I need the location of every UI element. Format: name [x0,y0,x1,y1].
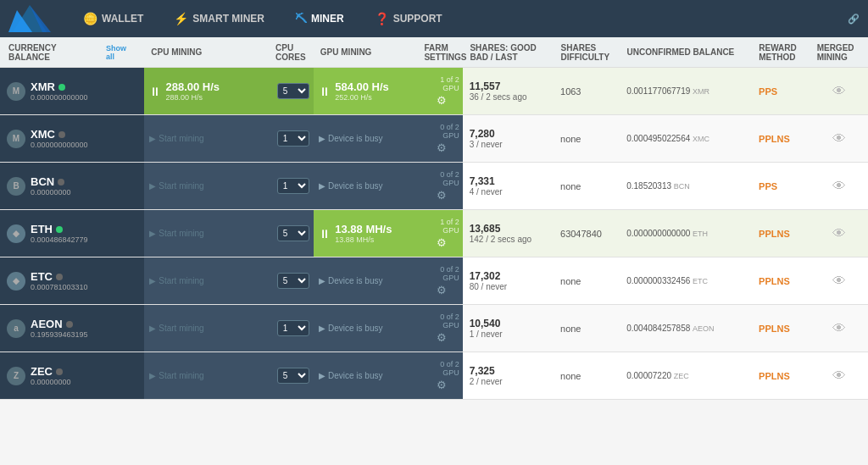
gear-icon[interactable]: ⚙ [437,379,447,391]
cpu-start-mining-btn[interactable]: ▶ Start mining [149,324,203,333]
status-dot [66,321,73,328]
unconfirmed-value: 0.000495022564 [626,134,690,143]
header-cpu-cores: CPU CORES [272,43,314,62]
currency-details: ETH 0.000486842779 [31,223,137,244]
shares-difficulty: none [554,273,620,290]
shares-good: 7,325 [470,365,547,377]
gear-icon[interactable]: ⚙ [437,284,447,296]
show-all-link[interactable]: Show all [106,44,136,61]
wallet-icon: 🪙 [83,12,97,25]
smart-miner-icon: ⚡ [174,12,188,25]
gear-icon[interactable]: ⚙ [437,141,447,154]
table-row: Z ZEC 0.00000000 ▶ Start mining 5 12345 … [0,352,868,400]
shares-difficulty: none [554,130,620,147]
nav-wallet[interactable]: 🪙 WALLET [76,8,150,29]
visibility-icon[interactable]: 👁 [832,321,846,336]
cpu-start-mining-btn[interactable]: ▶ Start mining [149,276,203,285]
gpu-mining-cell: ▶ Device is busy [314,163,421,209]
gpu-rate2: 13.88 MH/s [335,235,392,244]
coin-label: XMR [693,87,709,96]
unconfirmed-value: 0.004084257858 [626,324,690,333]
gpu-pause-btn[interactable]: ⏸ [319,227,331,241]
cpu-mining-cell: ▶ Start mining [144,305,272,352]
cpu-cores-select[interactable]: 5 12345 [277,368,309,384]
currency-name: ETC [31,270,137,283]
currency-balance-label: CURRENCY BALANCE [8,43,97,62]
gpu-count: 0 of 2 GPU [425,313,459,329]
nav-smart-miner[interactable]: ⚡ SMART MINER [167,8,271,29]
cpu-cores-select[interactable]: 1 12345 [277,130,309,147]
nav-right-action[interactable]: 🔗 [848,14,860,25]
cpu-start-mining-btn[interactable]: ▶ Start mining [149,371,203,380]
nav-support[interactable]: ❓ SUPPORT [368,8,449,29]
merged-mining-cell: 👁 [810,175,868,197]
currency-balance-value: 0.00000000 [31,188,137,197]
reward-method: PPLNS [752,368,810,385]
shares-bad: 80 / never [470,282,547,291]
shares-difficulty: none [554,320,620,337]
gpu-rate1: 13.88 MH/s [335,223,392,235]
visibility-icon[interactable]: 👁 [832,84,846,99]
gpu-count: 0 of 2 GPU [425,123,459,140]
gear-icon[interactable]: ⚙ [437,236,447,249]
currency-name: BCN [31,175,137,188]
shares-cell: 17,302 80 / never [463,267,554,295]
visibility-icon[interactable]: 👁 [832,368,846,384]
table-row: ◆ ETH 0.000486842779 ▶ Start mining 5 12… [0,210,868,257]
cpu-start-mining-btn[interactable]: ▶ Start mining [149,181,203,191]
farm-settings-cell: 0 of 2 GPU ⚙ [421,352,463,399]
cpu-pause-btn[interactable]: ⏸ [149,85,161,98]
cpu-cores-select[interactable]: 1 12345 [277,178,309,194]
column-headers: CURRENCY BALANCE Show all CPU MINING CPU… [0,37,868,68]
status-dot [56,274,63,280]
merged-label: MERGED MINING [817,43,854,62]
gear-icon[interactable]: ⚙ [437,189,447,202]
cpu-start-mining-btn[interactable]: ▶ Start mining [149,229,203,238]
cpu-cores-select[interactable]: 1 12345 [277,320,309,336]
currency-list: M XMR 0.000000000000 ⏸ 288.00 H/s 288.00… [0,68,868,400]
cpu-cores-select[interactable]: 5 12345 [277,225,309,241]
visibility-icon[interactable]: 👁 [832,226,846,241]
gear-icon[interactable]: ⚙ [437,94,447,107]
coin-label: AEON [693,324,715,333]
nav-support-label: SUPPORT [393,13,442,25]
visibility-icon[interactable]: 👁 [832,131,846,147]
header-farm-settings: FARM SETTINGS [420,43,463,62]
gpu-mining-cell: ▶ Device is busy [314,257,421,304]
gpu-pause-btn[interactable]: ⏸ [319,85,331,98]
table-row: B BCN 0.00000000 ▶ Start mining 1 12345 … [0,163,868,210]
currency-balance-value: 0.000000000000 [31,141,137,149]
unconfirmed-balance: 0.000000000000 ETH [620,225,752,241]
visibility-icon[interactable]: 👁 [832,179,846,194]
cpu-cores-select[interactable]: 5 12345 [277,273,309,289]
unconfirmed-balance: 0.00007220 ZEC [620,368,752,384]
reward-method: PPLNS [752,273,810,290]
cpu-mining-cell: ▶ Start mining [144,210,272,257]
gear-icon[interactable]: ⚙ [437,331,447,344]
gpu-count: 1 of 2 GPU [425,75,459,92]
coin-label: BCN [674,182,690,191]
cpu-cores-select[interactable]: 5 12345 [277,83,309,99]
shares-cell: 7,325 2 / never [463,362,554,390]
currency-info: B BCN 0.00000000 [0,163,144,209]
gpu-count: 0 of 2 GPU [425,170,459,187]
shares-good: 11,557 [470,80,547,92]
shares-cell: 11,557 36 / 2 secs ago [463,77,554,105]
gpu-rate1: 584.00 H/s [335,80,389,93]
gpu-device-busy: ▶ Device is busy [319,134,382,143]
currency-icon: B [7,177,25,196]
shares-good: 10,540 [470,318,547,329]
currency-balance-value: 0.195939463195 [31,330,137,339]
shares-bad: 2 / never [470,377,547,386]
shares-bad: 36 / 2 secs ago [470,92,547,102]
cpu-start-mining-btn[interactable]: ▶ Start mining [149,134,203,143]
unconfirmed-balance: 0.000000332456 ETC [620,273,752,289]
cpu-rate1: 288.00 H/s [165,80,220,93]
shares-bad: 4 / never [470,187,547,197]
currency-details: BCN 0.00000000 [31,175,137,197]
merged-mining-cell: 👁 [810,128,868,150]
nav-miner[interactable]: ⛏ MINER [288,8,351,29]
gpu-device-busy: ▶ Device is busy [319,276,382,285]
visibility-icon[interactable]: 👁 [832,274,846,289]
currency-name: ZEC [31,365,137,378]
